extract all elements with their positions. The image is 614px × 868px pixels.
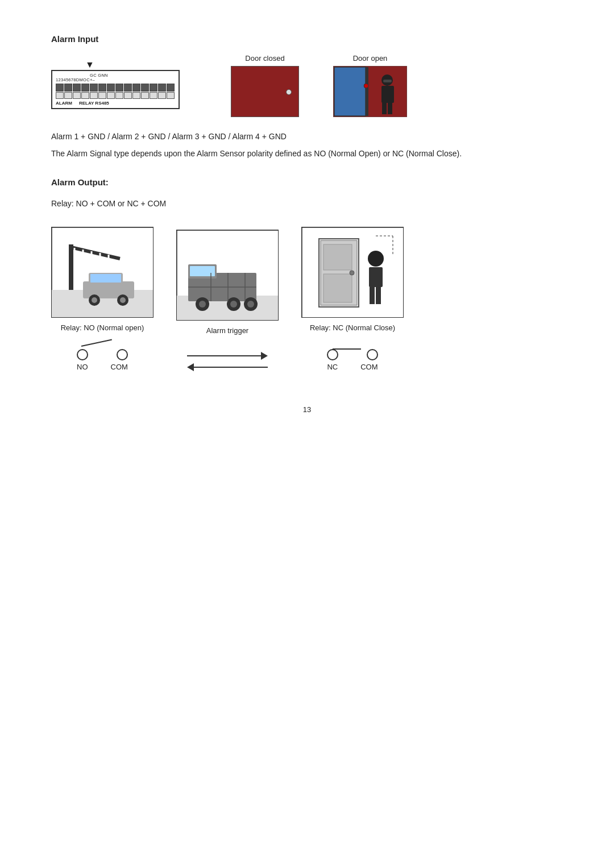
- relay-no-terminal-labels: NO COM: [77, 363, 128, 371]
- svg-point-35: [247, 301, 254, 308]
- no-label: NO: [77, 363, 88, 371]
- door-open-image: [333, 66, 407, 119]
- door-person-svg: [302, 227, 404, 318]
- door-closed-container: Door closed: [231, 54, 299, 117]
- relay-open-line: [81, 339, 112, 347]
- svg-rect-8: [388, 103, 392, 114]
- svg-point-21: [92, 297, 97, 303]
- no-terminal-circle: [77, 349, 88, 360]
- relay-closed-line: [333, 348, 361, 350]
- svg-point-23: [120, 297, 126, 303]
- page-number: 13: [51, 405, 563, 414]
- com-label-2: COM: [360, 363, 377, 371]
- door-closed-label: Door closed: [245, 54, 284, 63]
- terminal-connectors-top: [56, 84, 175, 92]
- svg-point-3: [364, 84, 368, 88]
- alarm-input-title: Alarm Input: [51, 34, 563, 44]
- svg-rect-48: [370, 287, 375, 304]
- arrow-left-head: [187, 363, 194, 371]
- alarm-signal-desc2: The Alarm Signal type depends upon the A…: [51, 147, 563, 160]
- door-open-label: Door open: [353, 54, 388, 63]
- terminal-text-labels: GC GNN 12345678DMOC+–: [56, 73, 175, 83]
- svg-rect-44: [323, 274, 352, 302]
- arrow-down-icon: ▼: [85, 60, 94, 70]
- scenarios-row: Relay: NO (Normal open) NO COM: [51, 227, 563, 371]
- alarm-trigger-image: [176, 230, 279, 321]
- svg-rect-2: [366, 67, 368, 116]
- relay-nc-image: [301, 227, 404, 318]
- arrow-left-line: [194, 367, 268, 368]
- relay-no-image: [51, 227, 154, 318]
- com-terminal-circle-2: [367, 349, 378, 360]
- alarm-output-section: Alarm Output: Relay: NO + COM or NC + CO…: [51, 177, 563, 210]
- nc-terminal-circle: [327, 349, 338, 360]
- com-label-1: COM: [111, 363, 128, 371]
- door-closed-image: [231, 66, 299, 117]
- arrow-left-container: [187, 363, 268, 371]
- svg-rect-24: [90, 274, 121, 283]
- truck-svg: [177, 230, 279, 321]
- svg-rect-49: [376, 287, 381, 304]
- arrow-right-line: [187, 355, 261, 356]
- alarm-signal-desc1: Alarm 1 + GND / Alarm 2 + GND / Alarm 3 …: [51, 130, 563, 143]
- relay-nc-scenario: Relay: NC (Normal Close) NC COM: [301, 227, 404, 371]
- relay-no-scenario: Relay: NO (Normal open) NO COM: [51, 227, 154, 371]
- terminal-block-container: ▼ GC GNN 12345678DMOC+–: [51, 60, 180, 109]
- relay-no-terminals: [71, 343, 134, 360]
- alarm-input-section: Alarm Input ▼ GC GNN 12345678DMOC+–: [51, 34, 563, 160]
- svg-point-45: [350, 271, 354, 275]
- svg-rect-7: [382, 103, 387, 114]
- svg-point-33: [230, 301, 237, 308]
- relay-nc-terminal-labels: NC COM: [327, 363, 377, 371]
- alarm-output-desc: Relay: NO + COM or NC + COM: [51, 197, 563, 210]
- terminal-bottom-labels: ALARM RELAY RS485: [56, 101, 175, 106]
- alarm-diagram-row: ▼ GC GNN 12345678DMOC+–: [51, 54, 563, 119]
- alarm-trigger-scenario: Alarm trigger: [176, 230, 279, 371]
- svg-rect-47: [369, 267, 383, 287]
- alarm-trigger-label: Alarm trigger: [206, 326, 248, 335]
- relay-nc-diagram: NC COM: [321, 343, 384, 371]
- car-barrier-svg: [52, 227, 154, 318]
- terminal-board: GC GNN 12345678DMOC+–: [51, 70, 180, 109]
- com-terminal-circle-1: [117, 349, 128, 360]
- door-open-svg: [333, 66, 407, 117]
- page-content: Alarm Input ▼ GC GNN 12345678DMOC+–: [51, 34, 563, 414]
- arrow-right-head: [261, 352, 268, 360]
- svg-rect-5: [383, 80, 392, 82]
- svg-rect-6: [381, 86, 394, 103]
- svg-rect-1: [334, 67, 366, 116]
- relay-nc-terminals: [321, 343, 384, 360]
- relay-no-diagram: NO COM: [71, 343, 134, 371]
- svg-rect-43: [323, 244, 352, 270]
- svg-rect-11: [69, 244, 73, 290]
- door-knob: [286, 89, 292, 95]
- svg-point-31: [199, 301, 206, 308]
- trigger-arrows: [187, 352, 268, 371]
- relay-no-label: Relay: NO (Normal open): [61, 323, 144, 332]
- svg-point-46: [368, 251, 384, 267]
- relay-nc-label: Relay: NC (Normal Close): [310, 323, 395, 332]
- nc-label: NC: [327, 363, 338, 371]
- alarm-output-title: Alarm Output:: [51, 177, 563, 187]
- arrow-right-container: [187, 352, 268, 360]
- terminal-holes: [56, 92, 175, 99]
- door-open-container: Door open: [333, 54, 407, 119]
